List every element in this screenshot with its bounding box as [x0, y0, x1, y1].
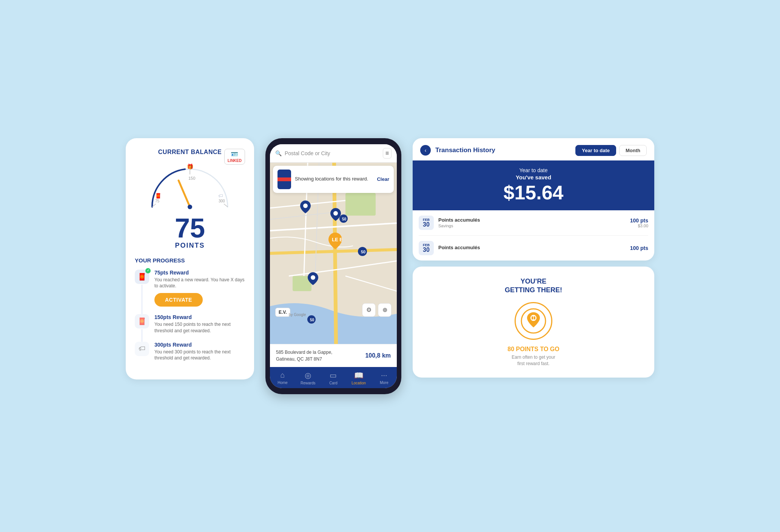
savings-banner: Year to date You've saved $15.64: [413, 160, 654, 210]
reward-desc-75: You reached a new reward. You have X day…: [154, 277, 245, 290]
getting-there-card: YOU'REGETTING THERE!: [413, 267, 654, 378]
nav-home[interactable]: ⌂ Home: [273, 371, 292, 385]
nav-more[interactable]: ··· More: [375, 371, 393, 385]
svg-text:🎁: 🎁: [187, 163, 194, 170]
card-icon: 🪪: [231, 151, 238, 158]
transaction-list: FEB 30 Points accumulés Savings 100 pts …: [413, 210, 654, 261]
getting-there-title: YOU'REGETTING THERE!: [422, 277, 645, 295]
nav-rewards[interactable]: ◎ Rewards: [299, 371, 318, 385]
google-label: by Google: [289, 313, 306, 317]
phone: 🔍 Postal Code or City ≡: [265, 138, 401, 394]
date-badge-1: FEB 30: [419, 216, 434, 230]
svg-rect-12: [345, 193, 376, 216]
map-pin-1[interactable]: [300, 200, 311, 213]
reward-desc-150: You need 150 points to reach the next th…: [154, 321, 245, 334]
reward-text-300: 300pts Reward You need 300 points to rea…: [154, 342, 245, 362]
menu-icon[interactable]: ≡: [383, 148, 392, 159]
phone-wrapper: 🔍 Postal Code or City ≡: [265, 138, 401, 394]
tx-name-1: Points accumulés: [438, 217, 626, 223]
points-label: POINTS: [135, 242, 245, 250]
map-pin-active[interactable]: LE B: [328, 233, 342, 249]
svg-text:LE B: LE B: [332, 237, 342, 242]
reward-title-75: 75pts Reward: [154, 270, 245, 276]
date-badge-2: FEB 30: [419, 241, 434, 255]
svg-point-8: [188, 205, 192, 209]
tx-savings-1: $3.00: [630, 224, 648, 228]
transaction-title: Transaction History: [435, 146, 495, 154]
getting-there-icon: [515, 302, 552, 340]
rewards-icon: ◎: [305, 371, 311, 380]
phone-screen: 🔍 Postal Code or City ≡: [270, 144, 397, 388]
home-icon: ⌂: [281, 371, 285, 379]
reward-text-150: 150pts Reward You need 150 points to rea…: [154, 314, 245, 334]
clear-button[interactable]: Clear: [377, 176, 389, 182]
transaction-card: ‹ Transaction History Year to date Month…: [413, 138, 654, 261]
getting-there-sub: Earn often to get yourfirst reward fast.: [422, 354, 645, 367]
reward-icon-300: 🏷: [135, 342, 149, 356]
date-day-1: 30: [422, 222, 431, 228]
search-bar: 🔍 Postal Code or City ≡: [270, 144, 397, 163]
tx-points-2: 100 pts: [630, 245, 648, 251]
location-distance: 100,8 km: [365, 352, 391, 359]
reward-item-150: 🧧 150pts Reward You need 150 points to r…: [135, 314, 245, 334]
nav-location[interactable]: 📖 Location: [349, 371, 368, 385]
progress-title: YOUR PROGRESS: [135, 257, 245, 264]
tab-month[interactable]: Month: [619, 145, 647, 156]
banner-text: Showing locations for this reward.: [295, 176, 373, 182]
tx-sub-1: Savings: [438, 224, 626, 228]
map-pin-2[interactable]: [330, 208, 341, 221]
map-pin-3[interactable]: [308, 272, 318, 285]
date-day-2: 30: [422, 247, 431, 253]
tab-ytd[interactable]: Year to date: [575, 145, 616, 156]
pepsi-can-icon: [277, 170, 291, 189]
transaction-row-1: FEB 30 Points accumulés Savings 100 pts …: [419, 210, 648, 236]
back-icon: ‹: [425, 147, 427, 153]
savings-label: You've saved: [420, 174, 647, 180]
balance-header: CURRENT BALANCE 🪪 LINKED: [135, 149, 245, 156]
svg-text:150: 150: [188, 176, 195, 180]
check-icon: ✓: [145, 268, 151, 273]
points-to-go: 80 POINTS TO GO: [422, 346, 645, 353]
search-input[interactable]: Postal Code or City: [285, 150, 380, 156]
location-address: 585 Boulevard de la Gappe,Gatineau, QC J…: [276, 349, 332, 362]
nav-location-label: Location: [351, 381, 366, 385]
tx-points-1: 100 pts: [630, 217, 648, 224]
gauge: 150 75 300 🎁 🧧 🏷: [145, 158, 235, 211]
filter-button[interactable]: ⚙: [362, 303, 376, 317]
map-area: 50 50 50 Showing locations for this rewa…: [270, 163, 397, 344]
locate-button[interactable]: ⊕: [378, 303, 392, 317]
transaction-header: ‹ Transaction History Year to date Month: [413, 138, 654, 160]
transaction-row-2: FEB 30 Points accumulés 100 pts: [419, 236, 648, 261]
reward-text-75: 75pts Reward You reached a new reward. Y…: [154, 270, 245, 307]
location-icon: 📖: [354, 371, 364, 380]
getting-there-icon-wrap: [515, 302, 552, 340]
svg-text:🧧: 🧧: [155, 193, 162, 199]
svg-text:75: 75: [155, 199, 160, 203]
reward-list: 🧧 ✓ 75pts Reward You reached a new rewar…: [135, 270, 245, 362]
reward-item-300: 🏷 300pts Reward You need 300 points to r…: [135, 342, 245, 362]
points-number: 75: [135, 214, 245, 242]
card-nav-icon: ▭: [330, 371, 337, 380]
points-display: 75 POINTS: [135, 214, 245, 250]
nav-card[interactable]: ▭ Card: [324, 371, 343, 385]
svg-text:🏷: 🏷: [218, 193, 223, 199]
svg-text:300: 300: [219, 199, 225, 203]
balance-panel: CURRENT BALANCE 🪪 LINKED 150 75 300: [126, 138, 254, 380]
back-button[interactable]: ‹: [420, 145, 431, 156]
reward-item-75: 🧧 ✓ 75pts Reward You reached a new rewar…: [135, 270, 245, 307]
location-info: 585 Boulevard de la Gappe,Gatineau, QC J…: [270, 344, 397, 367]
search-icon: 🔍: [275, 150, 282, 156]
activate-button[interactable]: ACTIVATE: [154, 293, 203, 307]
ev-button[interactable]: E.V.: [275, 308, 290, 317]
svg-point-21: [333, 211, 338, 216]
savings-period: Year to date: [420, 167, 647, 173]
reward-title-150: 150pts Reward: [154, 314, 245, 320]
phone-nav: ⌂ Home ◎ Rewards ▭ Card 📖 Location: [270, 367, 397, 388]
nav-card-label: Card: [329, 381, 338, 385]
tx-info-2: Points accumulés: [438, 245, 626, 251]
reward-icon-75: 🧧 ✓: [135, 270, 149, 284]
svg-text:50: 50: [310, 318, 314, 322]
tx-amounts-1: 100 pts $3.00: [630, 217, 648, 228]
nav-home-label: Home: [277, 381, 288, 385]
reward-desc-300: You need 300 points to reach the next th…: [154, 349, 245, 362]
